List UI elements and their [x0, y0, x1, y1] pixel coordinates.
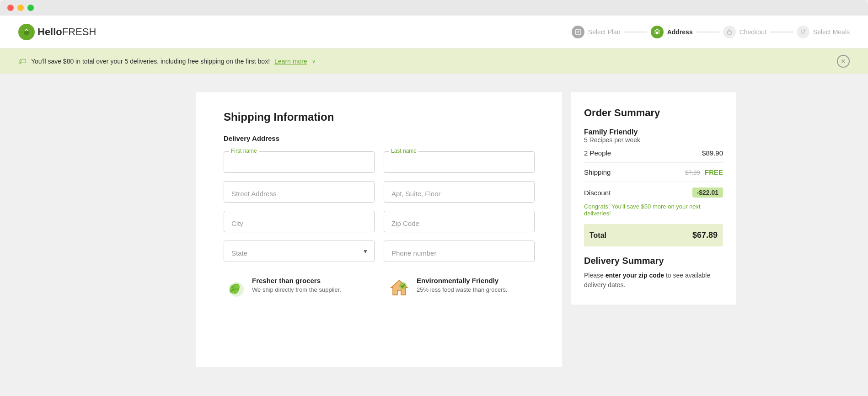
step-icon-address [651, 26, 664, 38]
delivery-title: Delivery Summary [584, 256, 723, 266]
street-address-input[interactable] [224, 181, 375, 203]
discount-label: Discount [584, 189, 611, 197]
state-select[interactable]: State Alabama Alaska Arizona California … [224, 241, 375, 262]
feature-fresher: Fresher than grocers We ship directly fr… [224, 277, 370, 299]
delivery-desc-bold: enter your zip code [605, 272, 664, 279]
connector-3 [770, 32, 793, 32]
step-label-address: Address [667, 28, 693, 36]
divider-2 [584, 182, 723, 182]
zip-field [384, 211, 535, 232]
svg-rect-2 [575, 30, 581, 34]
features-section: Fresher than grocers We ship directly fr… [224, 277, 535, 299]
logo: HelloFRESH [18, 24, 96, 40]
connector-1 [624, 32, 647, 32]
first-name-label: First name [229, 148, 259, 154]
last-name-field: Last name [384, 151, 535, 173]
svg-point-1 [24, 31, 29, 35]
stepper: Select Plan Address Checkou [572, 26, 850, 38]
shipping-label: Shipping [584, 168, 611, 176]
logo-icon [18, 24, 35, 40]
total-row: Total $67.89 [584, 224, 723, 246]
first-name-input[interactable] [224, 151, 375, 173]
svg-rect-5 [728, 31, 731, 34]
lime-icon [224, 277, 246, 299]
step-icon-select-plan [572, 26, 584, 38]
first-name-field: First name [224, 151, 375, 173]
minimize-dot[interactable] [17, 5, 24, 11]
header: HelloFRESH Select Plan Address [0, 16, 868, 48]
step-address[interactable]: Address [651, 26, 693, 38]
banner-close-button[interactable]: ✕ [837, 55, 850, 68]
logo-text: HelloFRESH [38, 26, 96, 38]
connector-2 [697, 32, 719, 32]
city-zip-row [224, 211, 535, 232]
name-row: First name Last name [224, 151, 535, 173]
step-select-plan[interactable]: Select Plan [572, 26, 621, 38]
step-label-select-meals: Select Meals [813, 28, 850, 36]
state-field: State Alabama Alaska Arizona California … [224, 241, 375, 262]
feature-fresher-text: Fresher than grocers We ship directly fr… [252, 277, 341, 293]
maximize-dot[interactable] [27, 5, 34, 11]
svg-rect-4 [656, 32, 658, 34]
plan-price: $89.90 [702, 149, 723, 157]
shipping-row: Shipping $7.99 FREE [584, 168, 723, 176]
feature-eco: Environmentally Friendly 25% less food w… [388, 277, 535, 299]
zip-input[interactable] [384, 211, 535, 232]
street-address-field [224, 181, 375, 203]
delivery-desc-plain: Please [584, 272, 605, 279]
city-input[interactable] [224, 211, 375, 232]
shipping-free: FREE [705, 168, 723, 176]
tag-icon: 🏷 [18, 57, 27, 66]
step-icon-select-meals [797, 26, 809, 38]
window-chrome [0, 0, 868, 16]
feature-eco-desc: 25% less food waste than grocers. [417, 286, 508, 293]
address-row [224, 181, 535, 203]
summary-title: Order Summary [584, 107, 723, 119]
apt-input[interactable] [384, 181, 535, 203]
apt-field [384, 181, 535, 203]
banner-text: You'll save $80 in total over your 5 del… [31, 58, 270, 65]
feature-fresher-desc: We ship directly from the supplier. [252, 286, 341, 293]
state-phone-row: State Alabama Alaska Arizona California … [224, 241, 535, 262]
savings-banner: 🏷 You'll save $80 in total over your 5 d… [0, 48, 868, 74]
order-summary: Order Summary Family Friendly 5 Recipes … [571, 92, 736, 305]
phone-field [384, 241, 535, 262]
step-label-checkout: Checkout [739, 28, 766, 36]
delivery-desc: Please enter your zip code to see availa… [584, 271, 723, 290]
house-icon [388, 277, 410, 299]
feature-eco-text: Environmentally Friendly 25% less food w… [417, 277, 508, 293]
form-title: Shipping Information [224, 111, 535, 123]
people-label: 2 People [584, 149, 611, 157]
step-label-select-plan: Select Plan [588, 28, 621, 36]
last-name-label: Last name [389, 148, 418, 154]
divider-1 [584, 162, 723, 163]
step-checkout[interactable]: Checkout [723, 26, 766, 38]
close-dot[interactable] [7, 5, 14, 11]
discount-row: Discount -$22.01 [584, 187, 723, 198]
phone-input[interactable] [384, 241, 535, 262]
step-select-meals[interactable]: Select Meals [797, 26, 850, 38]
banner-content: 🏷 You'll save $80 in total over your 5 d… [18, 57, 316, 66]
city-field [224, 211, 375, 232]
plan-name: Family Friendly [584, 128, 723, 136]
svg-point-9 [399, 282, 407, 289]
shipping-form: Shipping Information Delivery Address Fi… [196, 92, 562, 367]
shipping-value: $7.99 FREE [685, 168, 723, 176]
step-icon-checkout [723, 26, 736, 38]
people-price-row: 2 People $89.90 [584, 149, 723, 157]
plan-recipes: 5 Recipes per week [584, 136, 723, 144]
last-name-input[interactable] [384, 151, 535, 173]
discount-badge: -$22.01 [692, 187, 723, 198]
learn-more-link[interactable]: Learn more [274, 58, 307, 65]
total-label: Total [589, 231, 606, 240]
chevron-icon: ∨ [312, 59, 316, 64]
discount-note: Congrats! You'll save $50 more on your n… [584, 203, 723, 217]
form-subtitle: Delivery Address [224, 134, 535, 142]
feature-eco-title: Environmentally Friendly [417, 277, 508, 284]
feature-fresher-title: Fresher than grocers [252, 277, 341, 284]
shipping-original: $7.99 [685, 169, 700, 176]
total-value: $67.89 [692, 230, 718, 240]
main-content: Shipping Information Delivery Address Fi… [114, 74, 754, 385]
